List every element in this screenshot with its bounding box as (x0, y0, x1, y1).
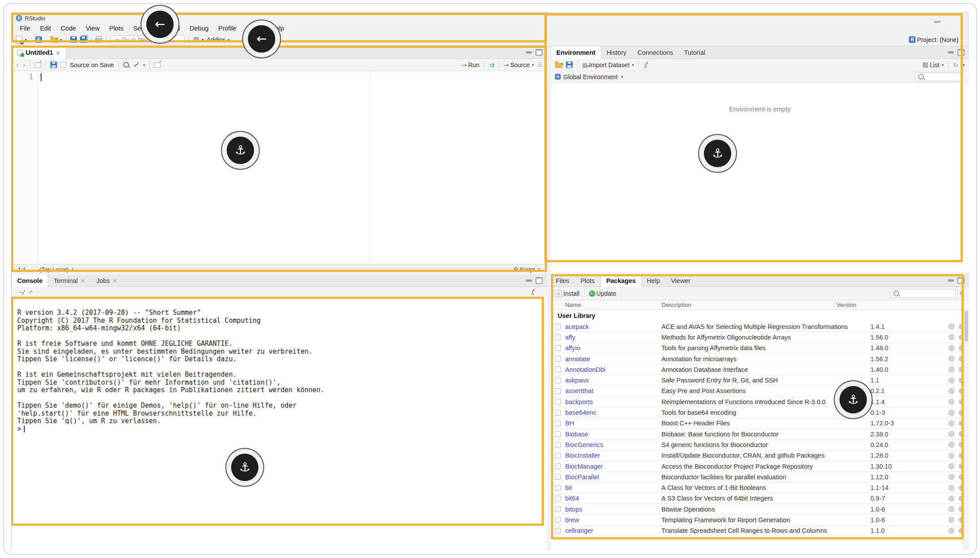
package-checkbox[interactable] (555, 528, 561, 534)
addins-button[interactable]: Addins▾ (207, 36, 230, 43)
package-link[interactable]: BiocGenerics (565, 441, 661, 448)
list-view-button[interactable]: ▦ List ▾ (922, 61, 944, 69)
package-website-icon[interactable] (949, 388, 956, 394)
install-button[interactable]: ↓ Install (555, 290, 580, 297)
package-checkbox[interactable] (555, 367, 561, 372)
package-checkbox[interactable] (555, 345, 561, 351)
tab-plots[interactable]: Plots (575, 275, 600, 287)
package-website-icon[interactable] (949, 334, 956, 340)
tab-files[interactable]: Files (551, 275, 575, 287)
minimize-icon[interactable] (526, 51, 532, 54)
package-link[interactable]: BiocInstaller (565, 452, 661, 459)
package-website-icon[interactable] (949, 431, 956, 437)
package-website-icon[interactable] (949, 410, 956, 416)
tab-connections[interactable]: Connections (632, 46, 679, 58)
maximize-icon[interactable] (536, 277, 543, 284)
maximize-icon[interactable] (957, 277, 965, 284)
package-checkbox[interactable] (555, 485, 561, 491)
column-description[interactable]: Description (661, 302, 836, 308)
tab-terminal[interactable]: Terminal× (48, 275, 91, 287)
refresh-icon[interactable]: ↻ (959, 290, 965, 297)
menu-edit[interactable]: Edit (35, 23, 56, 33)
window-minimize-icon[interactable] (934, 21, 941, 23)
workspace-panes-button[interactable]: ▦▾ (193, 36, 204, 43)
package-link[interactable]: affyio (565, 344, 661, 352)
packages-search-input[interactable] (890, 289, 956, 298)
import-dataset-button[interactable]: ▦ Import Dataset ▾ (582, 61, 634, 69)
scrollbar[interactable] (963, 310, 969, 550)
new-file-button[interactable]: ▾ (16, 36, 27, 44)
menu-help[interactable]: Help (266, 23, 289, 33)
minimize-icon[interactable] (948, 51, 954, 54)
code-tools-icon[interactable] (133, 62, 139, 68)
package-link[interactable]: BiocManager (565, 463, 661, 470)
load-workspace-icon[interactable] (555, 63, 562, 68)
package-link[interactable]: backports (565, 398, 661, 405)
package-link[interactable]: acepack (565, 323, 661, 330)
package-checkbox[interactable] (555, 399, 561, 405)
column-version[interactable]: Version (836, 302, 969, 308)
package-website-icon[interactable] (949, 378, 956, 383)
package-website-icon[interactable] (949, 474, 956, 480)
package-link[interactable]: brew (565, 516, 661, 524)
project-selector[interactable]: R Project: (None) ▾ (909, 36, 963, 43)
source-on-save-checkbox[interactable] (61, 62, 66, 68)
rerun-icon[interactable]: ⇉ (489, 61, 494, 69)
menu-view[interactable]: View (81, 23, 104, 33)
package-checkbox[interactable] (555, 324, 561, 329)
package-checkbox[interactable] (555, 506, 561, 512)
scope-selector[interactable]: (Top Level)⇕ (39, 266, 75, 273)
document-outline-icon[interactable]: ☰ (537, 61, 543, 68)
tab-history[interactable]: History (601, 46, 632, 58)
menu-plots[interactable]: Plots (104, 23, 128, 33)
package-website-icon[interactable] (949, 420, 956, 426)
package-checkbox[interactable] (555, 334, 561, 340)
tab-environment[interactable]: Environment (551, 46, 601, 59)
minimize-icon[interactable] (948, 279, 954, 282)
menu-file[interactable]: File (15, 23, 35, 33)
open-in-new-window-icon[interactable] (35, 62, 41, 68)
menu-session[interactable]: Session (128, 23, 161, 33)
package-link[interactable]: bitops (565, 506, 661, 513)
package-link[interactable]: bit64 (565, 495, 661, 502)
goto-file-input[interactable]: → Go to file/function (110, 35, 185, 44)
package-website-icon[interactable] (949, 453, 956, 459)
package-link[interactable]: assertthat (565, 387, 661, 394)
back-icon[interactable]: ‹ (16, 62, 19, 68)
package-checkbox[interactable] (555, 420, 561, 426)
run-button[interactable]: →Run (462, 61, 479, 69)
menu-tools[interactable]: Tools (241, 23, 266, 33)
package-checkbox[interactable] (555, 388, 561, 394)
package-website-icon[interactable] (949, 496, 956, 501)
package-link[interactable]: cellranger (565, 527, 661, 534)
package-link[interactable]: Biobase (565, 431, 661, 438)
package-website-icon[interactable] (949, 442, 956, 447)
package-website-icon[interactable] (949, 345, 956, 351)
tab-jobs[interactable]: Jobs× (91, 275, 123, 287)
menu-debug[interactable]: Debug (185, 23, 213, 33)
package-website-icon[interactable] (949, 367, 956, 372)
tab-untitled1[interactable]: Untitled1 × (11, 46, 66, 59)
print-button[interactable] (95, 37, 102, 43)
package-checkbox[interactable] (555, 378, 561, 383)
close-icon[interactable]: × (113, 277, 118, 284)
package-website-icon[interactable] (949, 399, 956, 405)
package-checkbox[interactable] (555, 517, 561, 523)
update-button[interactable]: ↻ Update (589, 290, 616, 297)
open-file-button[interactable]: ▾ (50, 37, 62, 43)
package-website-icon[interactable] (949, 506, 956, 512)
minimize-icon[interactable] (526, 279, 532, 282)
package-website-icon[interactable] (949, 517, 956, 523)
maximize-icon[interactable] (536, 49, 543, 56)
save-icon[interactable] (50, 61, 57, 68)
clear-environment-icon[interactable] (643, 62, 650, 68)
menu-code[interactable]: Code (56, 23, 81, 33)
package-link[interactable]: base64enc (565, 409, 661, 416)
menu-build[interactable]: Build (161, 23, 185, 33)
package-checkbox[interactable] (555, 431, 561, 437)
close-icon[interactable]: × (80, 277, 85, 284)
column-name[interactable]: Name (565, 302, 661, 308)
environment-search-input[interactable] (915, 73, 963, 81)
tab-console[interactable]: Console (11, 275, 48, 287)
save-button[interactable] (70, 36, 77, 43)
